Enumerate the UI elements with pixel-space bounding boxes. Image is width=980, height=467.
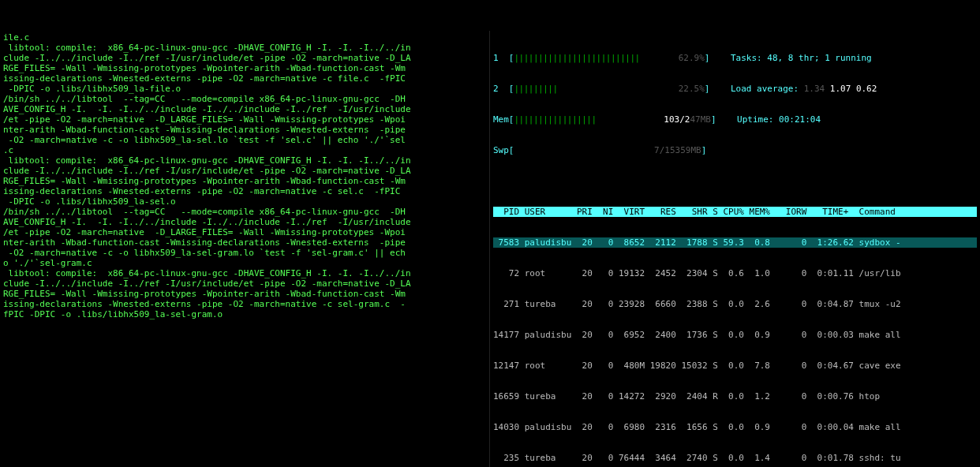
tasks-text: Tasks: 48, 8 thr; 1 running xyxy=(731,53,872,63)
swp-bars xyxy=(514,145,655,155)
cpu2-bars: ||||||||| xyxy=(514,84,679,94)
htop-row[interactable]: 16659 tureba 20 0 14272 2920 2404 R 0.0 … xyxy=(493,391,977,402)
swp-close: ] xyxy=(701,145,707,155)
mem-close: ] xyxy=(711,114,716,125)
cpu2-label: 2 [ xyxy=(493,84,514,94)
uptime-text: Uptime: 00:21:04 xyxy=(737,114,821,125)
cpu1-label: 1 [ xyxy=(493,53,514,63)
htop-row[interactable]: 12147 root 20 0 480M 19820 15032 S 0.0 7… xyxy=(493,361,977,371)
htop-row[interactable]: 14177 paludisbu 20 0 6952 2400 1736 S 0.… xyxy=(493,330,977,340)
mem-used: 103/2 xyxy=(664,114,690,125)
htop-row[interactable]: 72 root 20 0 19132 2452 2304 S 0.6 1.0 0… xyxy=(493,268,977,278)
compile-output: ile.c libtool: compile: x86_64-pc-linux-… xyxy=(0,31,489,467)
htop-pane[interactable]: 1 [|||||||||||||||||||||||||| 62.9%] Tas… xyxy=(490,31,980,467)
htop-row[interactable]: 271 tureba 20 0 23928 6660 2388 S 0.0 2.… xyxy=(493,299,977,309)
htop-row[interactable]: 14030 paludisbu 20 0 6980 2316 1656 S 0.… xyxy=(493,422,977,432)
cpu1-close: ] xyxy=(705,53,710,63)
cpu2-close: ] xyxy=(705,84,710,94)
mem-label: Mem[ xyxy=(493,114,514,125)
htop-row-selected[interactable]: 7583 paludisbu 20 0 8652 2112 1788 S 59.… xyxy=(493,237,977,248)
mem-total: 47MB xyxy=(690,114,711,125)
load-v1: 1.34 xyxy=(804,84,825,94)
swp-label: Swp[ xyxy=(493,145,514,155)
mem-bars: ||||||||||||||||| xyxy=(514,114,664,125)
cpu2-pct: 22.5% xyxy=(679,84,705,94)
load-label: Load average: xyxy=(731,84,804,94)
htop-header[interactable]: PID USER PRI NI VIRT RES SHR S CPU% MEM%… xyxy=(493,207,977,217)
cpu1-bars: |||||||||||||||||||||||||| xyxy=(514,53,679,63)
cpu1-pct: 62.9% xyxy=(679,53,705,63)
load-v2: 1.07 0.62 xyxy=(825,84,877,94)
htop-row[interactable]: 235 tureba 20 0 76444 3464 2740 S 0.0 1.… xyxy=(493,453,977,463)
swp-used: 7/15359MB xyxy=(654,145,701,155)
